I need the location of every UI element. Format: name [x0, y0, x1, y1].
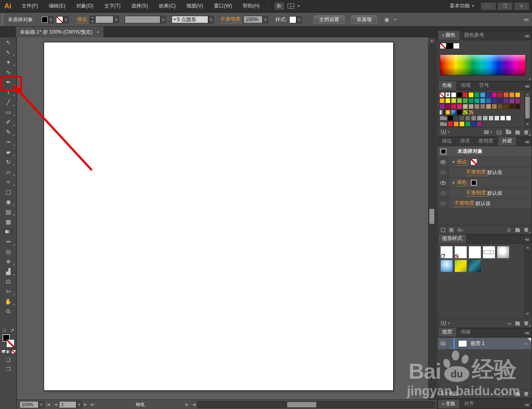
- swatch[interactable]: [509, 104, 515, 109]
- color-none-swatch[interactable]: [440, 43, 446, 49]
- menu-item-4[interactable]: 选择(S): [126, 0, 153, 12]
- visibility-eye-icon[interactable]: [440, 191, 446, 195]
- layer-thumbnail[interactable]: [458, 340, 467, 347]
- scroll-left-icon[interactable]: ◀: [190, 402, 197, 407]
- tab-color[interactable]: ◊ 颜色: [438, 30, 460, 40]
- break-link-icon[interactable]: ∞: [507, 321, 511, 326]
- menu-item-6[interactable]: 视图(V): [181, 0, 209, 12]
- paintbrush-tool[interactable]: ✐: [0, 117, 17, 127]
- delete-swatch-icon[interactable]: [524, 130, 528, 135]
- bridge-button[interactable]: Br: [275, 2, 284, 10]
- swatch[interactable]: [480, 98, 485, 103]
- stroke-weight-field[interactable]: [95, 16, 113, 23]
- gradient-tool[interactable]: [0, 227, 17, 237]
- swatch[interactable]: [471, 115, 476, 121]
- swatch[interactable]: [477, 121, 482, 127]
- new-sublayer-icon[interactable]: ❏: [507, 392, 511, 396]
- eraser-tool[interactable]: ▰: [0, 147, 17, 157]
- visibility-eye-icon[interactable]: [440, 160, 446, 164]
- artboard-number-field[interactable]: 1: [59, 401, 76, 408]
- scroll-thumb[interactable]: [525, 97, 530, 118]
- swatch[interactable]: [480, 104, 485, 109]
- gradient-mode-button[interactable]: [6, 350, 11, 354]
- tab-swatches[interactable]: 色板: [438, 81, 457, 90]
- layer-lock-cell[interactable]: [448, 338, 453, 349]
- swatch[interactable]: [509, 98, 515, 103]
- previous-artboard-button[interactable]: ◀: [52, 402, 59, 407]
- blend-tool[interactable]: ◎: [0, 247, 17, 257]
- scroll-up-icon[interactable]: ▲: [525, 245, 530, 250]
- menu-item-8[interactable]: 帮助(H): [237, 0, 265, 12]
- swatch[interactable]: [468, 110, 474, 115]
- swatch[interactable]: [486, 92, 491, 98]
- style-libraries-icon[interactable]: [441, 321, 446, 326]
- swatch[interactable]: [498, 92, 503, 98]
- swatch[interactable]: [474, 98, 480, 103]
- color-white-swatch[interactable]: [453, 43, 460, 49]
- tab-color-guide[interactable]: 颜色参考: [460, 31, 488, 40]
- swatch[interactable]: [474, 104, 480, 109]
- panel-menu-icon[interactable]: ▾≣: [522, 84, 532, 90]
- pencil-tool[interactable]: ✎: [0, 127, 17, 137]
- swatch[interactable]: [439, 98, 445, 103]
- appearance-row-stroke-opacity[interactable]: 不透明度: 默认值: [438, 167, 532, 178]
- select-similar-icon[interactable]: [384, 17, 392, 22]
- rectangle-tool[interactable]: ▭: [0, 107, 17, 117]
- opacity-link[interactable]: 不透明度:: [220, 16, 241, 23]
- swatch[interactable]: [451, 110, 456, 115]
- variable-width-profile-dropdown[interactable]: ▼: [160, 16, 166, 23]
- stroke-weight-link[interactable]: 描边:: [77, 16, 88, 23]
- menu-item-2[interactable]: 对象(O): [71, 0, 99, 12]
- panel-menu-icon[interactable]: ▾≣: [522, 403, 532, 409]
- swatch[interactable]: [480, 92, 485, 98]
- perspective-grid-tool[interactable]: ▤: [0, 207, 17, 217]
- swatch[interactable]: [465, 115, 470, 121]
- teal-swirl-style[interactable]: [468, 260, 481, 272]
- swatch[interactable]: [448, 121, 453, 127]
- expand-icon[interactable]: ▼: [452, 160, 455, 164]
- visibility-eye-icon[interactable]: [440, 171, 446, 174]
- clear-appearance-icon[interactable]: ⊘: [507, 227, 511, 233]
- menu-item-5[interactable]: 效果(C): [153, 0, 181, 12]
- swatch[interactable]: [492, 98, 497, 103]
- mesh-tool[interactable]: ▦: [0, 217, 17, 227]
- resize-grip[interactable]: ◢: [528, 323, 531, 327]
- duplicate-item-icon[interactable]: [515, 228, 520, 232]
- stroke-link[interactable]: 描边:: [457, 158, 468, 166]
- color-spectrum[interactable]: [440, 54, 526, 76]
- document-setup-button[interactable]: 文档设置: [314, 15, 345, 24]
- panel-menu-icon[interactable]: ▾≣: [522, 238, 532, 243]
- green-swirl-style[interactable]: [454, 260, 467, 272]
- eyedropper-tool[interactable]: ✏: [0, 237, 17, 247]
- minimize-button[interactable]: ─: [480, 2, 496, 10]
- swatch[interactable]: [492, 104, 497, 109]
- resize-grip[interactable]: ◢: [528, 230, 531, 234]
- appearance-row-stroke[interactable]: ▼ 描边:: [438, 157, 532, 167]
- default-graphic-style[interactable]: [440, 246, 453, 259]
- new-fill-icon[interactable]: [449, 228, 453, 232]
- stroke-weight-stepper[interactable]: ▲▼: [90, 16, 95, 23]
- opacity-dropdown[interactable]: ▼: [263, 16, 268, 23]
- appearance-row-fill[interactable]: ▼ 填色:: [438, 178, 532, 188]
- scroll-up-icon[interactable]: ▲: [525, 92, 530, 96]
- tab-brushes[interactable]: 画笔: [457, 81, 475, 90]
- menu-item-1[interactable]: 编辑(E): [43, 0, 71, 12]
- control-panel-menu-icon[interactable]: ▾≣: [524, 17, 529, 22]
- resize-grip[interactable]: ◢: [528, 77, 531, 81]
- fill-link[interactable]: 填色:: [457, 179, 468, 186]
- brush-definition-dropdown[interactable]: ▼: [208, 16, 214, 23]
- screen-mode-icon[interactable]: ❐: [0, 366, 17, 372]
- stroke-proxy[interactable]: [6, 339, 15, 348]
- opacity-link[interactable]: 不透明度:: [454, 200, 475, 207]
- swatch[interactable]: [468, 92, 474, 98]
- swatch[interactable]: [445, 110, 451, 115]
- stroke-color-swatch[interactable]: [56, 16, 63, 23]
- swatch[interactable]: [471, 121, 476, 127]
- swatch[interactable]: [506, 115, 511, 121]
- scroll-down-icon[interactable]: ▼: [525, 312, 530, 316]
- width-tool[interactable]: ≈: [0, 177, 17, 187]
- tab-gradient[interactable]: 渐变: [456, 137, 474, 146]
- swatch[interactable]: [477, 115, 482, 121]
- appearance-row-opacity[interactable]: 不透明度: 默认值: [438, 198, 532, 209]
- scroll-up-icon[interactable]: ▲: [429, 38, 435, 44]
